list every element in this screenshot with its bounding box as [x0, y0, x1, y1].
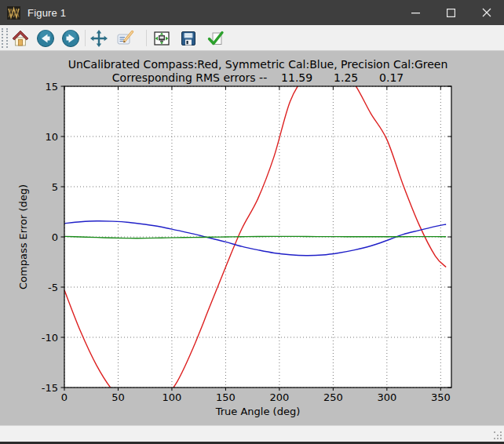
rms-value-symmetric: 1.25 [312, 71, 358, 84]
resize-grip[interactable] [494, 431, 495, 433]
y-tick-label--10: -10 [42, 332, 58, 344]
plot-title: UnCalibrated Compass:Red, Symmetric Cal:… [64, 58, 451, 71]
figure-window: Figure 1 [0, 0, 504, 444]
toolbar-grip[interactable] [2, 28, 8, 48]
forward-button[interactable] [60, 27, 82, 49]
figure-canvas[interactable]: 050100150200250300350151050-5-10-15True … [0, 51, 504, 425]
rms-value-precision: 0.17 [358, 71, 404, 84]
y-tick-label-0: 0 [52, 231, 58, 243]
plot-subtitle-rms: Corresponding RMS errors -- 11.59 1.25 0… [64, 71, 451, 84]
save-button[interactable] [177, 27, 199, 49]
confirm-button[interactable] [204, 27, 226, 49]
minimize-button[interactable] [398, 0, 433, 25]
configure-subplots-button[interactable] [151, 27, 173, 49]
forward-icon [61, 29, 80, 48]
toolbar-separator [146, 30, 147, 46]
titlebar[interactable]: Figure 1 [0, 0, 504, 25]
edit-icon [115, 29, 136, 48]
y-tick-label-15: 15 [45, 81, 58, 93]
edit-button[interactable] [115, 27, 137, 49]
x-tick-label-50: 50 [111, 391, 125, 403]
y-tick-label-5: 5 [52, 181, 58, 193]
save-icon [179, 29, 198, 48]
y-tick-label-10: 10 [45, 131, 58, 143]
y-tick-label--15: -15 [42, 382, 58, 394]
pan-button[interactable] [88, 27, 110, 49]
rms-value-uncalibrated: 11.59 [267, 71, 312, 84]
x-tick-label-150: 150 [216, 391, 236, 403]
x-tick-label-350: 350 [431, 391, 451, 403]
home-button[interactable] [9, 27, 31, 49]
close-button[interactable] [469, 0, 504, 25]
y-tick-label--5: -5 [48, 282, 58, 293]
toolbar-separator [85, 30, 86, 46]
x-tick-label-300: 300 [377, 391, 396, 403]
statusbar [0, 425, 504, 442]
maximize-icon [447, 9, 455, 17]
window-title: Figure 1 [27, 7, 66, 19]
x-tick-label-0: 0 [61, 391, 68, 403]
rms-label: Corresponding RMS errors -- [112, 71, 267, 84]
x-axis-label: True Angle (deg) [215, 406, 301, 417]
back-icon [36, 29, 55, 48]
configure-subplots-icon [152, 29, 171, 48]
maximize-button[interactable] [433, 0, 469, 25]
toolbar [0, 25, 504, 51]
x-tick-label-250: 250 [323, 391, 343, 403]
home-icon [11, 29, 30, 48]
y-axis-label: Compass Error (deg) [17, 184, 29, 289]
compass-error-plot: 050100150200250300350151050-5-10-15True … [0, 51, 504, 425]
matplotlib-logo-icon [7, 6, 20, 20]
close-icon [482, 8, 491, 17]
minimize-icon [411, 9, 420, 17]
back-button[interactable] [35, 27, 57, 49]
x-tick-label-200: 200 [269, 391, 289, 403]
confirm-icon [206, 29, 225, 48]
x-tick-label-100: 100 [163, 391, 182, 403]
pan-icon [89, 29, 108, 48]
